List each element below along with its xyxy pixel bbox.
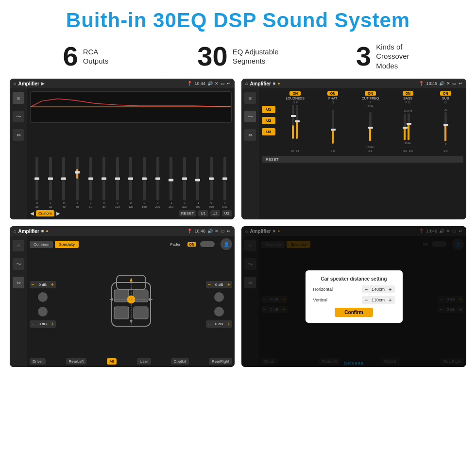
eq-band-63: 0 63 bbox=[85, 157, 97, 208]
right-speaker-top bbox=[214, 292, 224, 302]
common-tab-3[interactable]: Common bbox=[30, 241, 53, 248]
u1-preset[interactable]: U1 bbox=[262, 106, 275, 113]
bass-slider-g[interactable] bbox=[408, 114, 410, 140]
rearleft-btn-3[interactable]: RearLeft bbox=[66, 358, 87, 365]
left-top-minus[interactable]: − bbox=[32, 282, 34, 287]
loudness-on[interactable]: ON bbox=[289, 91, 301, 96]
eq-track-80[interactable] bbox=[102, 157, 105, 200]
left-bot-minus[interactable]: − bbox=[32, 321, 34, 327]
driver-btn-3[interactable]: Driver bbox=[30, 358, 46, 365]
close-icon-3[interactable]: ✕ bbox=[215, 229, 219, 233]
left-top-plus[interactable]: + bbox=[51, 282, 54, 287]
horizontal-minus[interactable]: − bbox=[365, 286, 368, 292]
sub-slider[interactable] bbox=[444, 112, 447, 141]
close-icon-1[interactable]: ✕ bbox=[215, 81, 219, 86]
phat-on[interactable]: ON bbox=[327, 91, 339, 96]
eq-track-630[interactable] bbox=[223, 157, 226, 200]
profile-icon-3[interactable]: 👤 bbox=[221, 238, 232, 250]
left-panel-3: ≡ 〜 ⇔ bbox=[10, 236, 27, 367]
custom-btn[interactable]: Custom bbox=[36, 210, 54, 216]
dot-icon-3: ● bbox=[46, 229, 48, 233]
eq-track-32[interactable] bbox=[49, 157, 52, 200]
fader-slider-3[interactable] bbox=[200, 241, 215, 247]
u3-btn-eq[interactable]: U3 bbox=[222, 210, 232, 216]
eq-icon-2[interactable]: ≡ bbox=[244, 92, 256, 104]
rearright-btn-3[interactable]: RearRight bbox=[209, 358, 232, 365]
eq-track-125[interactable] bbox=[129, 157, 132, 200]
cutfreq-slider[interactable] bbox=[369, 112, 372, 141]
expand-icon-3[interactable]: ⇔ bbox=[13, 277, 24, 288]
eq-track-50[interactable] bbox=[76, 157, 79, 200]
eq-label-400: 400 bbox=[195, 205, 200, 208]
u2-btn-eq[interactable]: U2 bbox=[210, 210, 220, 216]
close-icon-2[interactable]: ✕ bbox=[446, 81, 450, 86]
phat-slider[interactable] bbox=[332, 110, 334, 144]
eq-track-100[interactable] bbox=[116, 157, 119, 200]
wave-icon-3[interactable]: 〜 bbox=[13, 258, 24, 270]
confirm-button[interactable]: Confirm bbox=[335, 308, 373, 317]
horizontal-plus[interactable]: + bbox=[389, 286, 391, 292]
eq-track-250[interactable] bbox=[170, 157, 172, 200]
u1-btn-eq[interactable]: U1 bbox=[198, 210, 208, 216]
home-icon-2[interactable]: ⌂ bbox=[245, 81, 248, 86]
bass-on[interactable]: ON bbox=[403, 91, 414, 96]
eq-track-160[interactable] bbox=[143, 157, 146, 200]
vertical-row: Vertical − 110cm + bbox=[313, 296, 395, 304]
stat-number-eq: 30 bbox=[197, 43, 227, 70]
user-btn-3[interactable]: User bbox=[137, 358, 151, 365]
wave-icon-2[interactable]: 〜 bbox=[244, 111, 256, 122]
eq-icon-3[interactable]: ≡ bbox=[13, 240, 24, 251]
eq-track-500[interactable] bbox=[210, 157, 213, 200]
wave-icon-1[interactable]: 〜 bbox=[13, 111, 24, 122]
window-icon-3[interactable]: ▭ bbox=[221, 229, 225, 233]
specialty-tab-3[interactable]: Specialty bbox=[55, 241, 78, 248]
home-icon-3[interactable]: ⌂ bbox=[14, 229, 16, 233]
eq-track-40[interactable] bbox=[62, 157, 65, 200]
sub-label: SUB bbox=[442, 97, 449, 100]
loudness-slider-f[interactable] bbox=[296, 105, 298, 139]
location-icon-1: 📍 bbox=[187, 81, 192, 86]
prev-icon-eq[interactable]: ◀ bbox=[30, 211, 34, 216]
fader-on-3[interactable]: ON bbox=[187, 242, 197, 247]
eq-track-400[interactable] bbox=[196, 157, 199, 200]
eq-track-25[interactable] bbox=[35, 157, 38, 200]
loudness-slider-g[interactable] bbox=[292, 105, 294, 139]
left-bot-vol: − 0 dB + bbox=[30, 320, 56, 328]
back-icon-2[interactable]: ↩ bbox=[459, 81, 462, 86]
car-svg bbox=[100, 268, 163, 341]
reset-btn-amp[interactable]: RESET bbox=[262, 156, 463, 163]
eq-track-200[interactable] bbox=[156, 157, 159, 200]
u3-preset[interactable]: U3 bbox=[262, 128, 275, 135]
sub-on[interactable]: ON bbox=[440, 91, 451, 96]
cutfreq-on[interactable]: ON bbox=[365, 91, 376, 96]
right-bot-minus[interactable]: − bbox=[208, 321, 211, 327]
eq-label-63: 63 bbox=[89, 205, 92, 208]
vertical-plus[interactable]: + bbox=[389, 297, 391, 303]
stat-rca: 6 RCA Outputs bbox=[19, 43, 152, 70]
reset-btn-eq[interactable]: RESET bbox=[179, 210, 197, 216]
eq-track-63[interactable] bbox=[89, 157, 92, 200]
left-bot-val: 0 dB bbox=[35, 322, 50, 326]
window-icon-2[interactable]: ▭ bbox=[452, 81, 457, 86]
left-bot-plus[interactable]: + bbox=[51, 321, 54, 327]
eq-icon-1[interactable]: ≡ bbox=[13, 92, 24, 104]
right-top-plus[interactable]: + bbox=[227, 282, 230, 287]
home-icon-1[interactable]: ⌂ bbox=[14, 81, 16, 86]
next-icon-eq[interactable]: ▶ bbox=[56, 211, 60, 216]
copilot-btn-3[interactable]: Copilot bbox=[171, 358, 189, 365]
stat-divider-2 bbox=[314, 42, 314, 71]
eq-track-320[interactable] bbox=[183, 157, 186, 200]
expand-icon-1[interactable]: ⇔ bbox=[13, 129, 24, 141]
back-icon-1[interactable]: ↩ bbox=[227, 81, 231, 86]
right-top-minus[interactable]: − bbox=[208, 282, 211, 287]
vertical-minus[interactable]: − bbox=[365, 297, 368, 303]
menu-icon-3: ■ bbox=[41, 229, 44, 233]
window-icon-1[interactable]: ▭ bbox=[221, 81, 225, 86]
bass-slider-f[interactable] bbox=[404, 114, 406, 140]
screen-amp: ⌂ Amplifier ■ ● 📍 10:45 🔊 ✕ ▭ ↩ ≡ 〜 ⇔ bbox=[241, 79, 466, 219]
right-bot-plus[interactable]: + bbox=[227, 321, 230, 327]
u2-preset[interactable]: U2 bbox=[262, 117, 275, 124]
expand-icon-2[interactable]: ⇔ bbox=[244, 129, 256, 141]
all-btn-3[interactable]: All bbox=[107, 358, 117, 365]
back-icon-3[interactable]: ↩ bbox=[227, 229, 231, 233]
